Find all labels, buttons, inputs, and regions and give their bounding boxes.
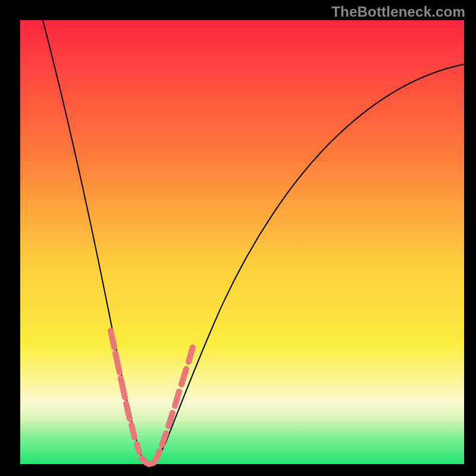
chart-frame: TheBottleneck.com	[0, 0, 476, 476]
chart-svg	[0, 0, 476, 476]
plot-background	[20, 20, 464, 464]
watermark-text: TheBottleneck.com	[331, 4, 465, 20]
